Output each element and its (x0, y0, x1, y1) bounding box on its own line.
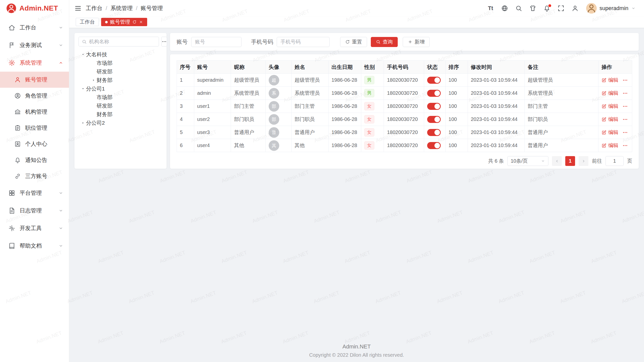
tree-node[interactable]: 财务部 (78, 76, 163, 84)
row-more-button[interactable] (622, 104, 628, 109)
reset-button[interactable]: 重置 (340, 37, 367, 47)
fullscreen-icon[interactable] (557, 5, 565, 12)
tree-node[interactable]: 大名科技 (78, 50, 163, 59)
edit-button-label: 编辑 (608, 103, 618, 110)
row-more-button[interactable] (622, 130, 628, 135)
cell-index: 5 (177, 126, 194, 139)
sidebar-item[interactable]: 日志管理 (0, 202, 69, 219)
search-icon[interactable] (515, 5, 522, 12)
org-search-input[interactable] (89, 39, 156, 44)
user-menu[interactable]: superadmin (586, 3, 636, 14)
cell-avatar: 部 (265, 113, 291, 126)
cell-account: user4 (194, 139, 231, 152)
row-more-button[interactable] (622, 90, 628, 96)
search-button[interactable]: 查询 (371, 37, 398, 47)
sidebar-item[interactable]: 工作台 (0, 19, 69, 36)
edit-button[interactable]: 编辑 (601, 116, 618, 123)
status-toggle[interactable] (427, 116, 441, 123)
gender-badge: 女 (364, 102, 374, 110)
sidebar-item[interactable]: 系统管理 (0, 54, 69, 72)
sidebar-subitem[interactable]: 个人中心 (0, 136, 69, 152)
language-icon[interactable] (501, 5, 508, 12)
tab-item[interactable]: 账号管理 (101, 18, 147, 26)
cell-account: user1 (194, 100, 231, 113)
breadcrumb-item[interactable]: 工作台 (86, 5, 102, 12)
edit-icon (601, 104, 607, 109)
sidebar-item[interactable]: 平台管理 (0, 184, 69, 202)
notification-icon[interactable] (543, 5, 550, 12)
table-row: 6user4其他其其他1986-06-28女180200307201002023… (177, 139, 632, 152)
tab-item[interactable]: 工作台 (76, 18, 99, 26)
status-toggle[interactable] (427, 142, 441, 149)
page-number-button[interactable]: 1 (565, 156, 575, 166)
tree-node[interactable]: 分公司2 (78, 119, 163, 127)
cell-name: 部门职员 (292, 113, 329, 126)
tree-node[interactable]: 财务部 (78, 110, 163, 119)
chevron-down-icon (631, 6, 636, 11)
caret-placeholder (91, 103, 97, 109)
account-icon[interactable] (572, 5, 579, 12)
add-button[interactable]: 新增 (403, 37, 430, 47)
status-toggle[interactable] (427, 77, 441, 84)
cell-remark: 部门主管 (525, 100, 598, 113)
sidebar-item[interactable]: 开发工具 (0, 219, 69, 237)
toggle-knob (434, 90, 440, 96)
sidebar-subitem[interactable]: 机构管理 (0, 104, 69, 120)
row-more-button[interactable] (622, 77, 628, 83)
org-more-button[interactable] (161, 37, 167, 47)
status-toggle[interactable] (427, 103, 441, 110)
caret-right-icon[interactable] (91, 77, 97, 83)
caret-down-icon[interactable] (80, 52, 86, 58)
wrench-icon (8, 225, 15, 232)
edit-button[interactable]: 编辑 (601, 103, 618, 110)
breadcrumb-item[interactable]: 系统管理 (110, 5, 133, 12)
prev-page-button[interactable] (552, 156, 562, 166)
chevron-down-icon (58, 208, 63, 213)
tree-node[interactable]: 分公司1 (78, 84, 163, 93)
cell-modified: 2023-01-03 10:59:44 (468, 100, 525, 113)
account-input[interactable] (191, 37, 242, 47)
bell-icon (14, 157, 21, 163)
sidebar-subitem[interactable]: 角色管理 (0, 88, 69, 104)
edit-button[interactable]: 编辑 (601, 129, 618, 136)
sidebar-subitem[interactable]: 职位管理 (0, 120, 69, 136)
font-size-icon[interactable]: Tt (487, 5, 494, 12)
sidebar-subitem[interactable]: 账号管理 (0, 72, 69, 88)
row-more-button[interactable] (622, 143, 628, 148)
tree-node[interactable]: 市场部 (78, 59, 163, 67)
breadcrumb: 工作台/系统管理/账号管理 (86, 5, 163, 12)
sidebar-subitem[interactable]: 三方账号 (0, 168, 69, 184)
cell-birthdate: 1986-06-28 (328, 74, 361, 87)
status-toggle[interactable] (427, 129, 441, 136)
footer-copyright: Copyright © 2022 Dilon All rights reserv… (74, 352, 639, 358)
edit-button[interactable]: 编辑 (601, 90, 618, 97)
row-more-button[interactable] (622, 117, 628, 122)
grid-icon (8, 190, 15, 197)
logo[interactable]: Admin.NET (0, 0, 69, 16)
status-toggle[interactable] (427, 90, 441, 97)
sidebar-item[interactable]: 业务测试 (0, 36, 69, 54)
sidebar-item[interactable]: 帮助文档 (0, 237, 69, 255)
gender-badge: 男 (364, 76, 374, 84)
sidebar-item-label: 平台管理 (20, 189, 54, 197)
edit-button[interactable]: 编辑 (601, 142, 618, 149)
caret-right-icon[interactable] (80, 120, 86, 126)
tree-node[interactable]: 市场部 (78, 93, 163, 102)
hamburger-menu-icon[interactable] (74, 5, 82, 12)
row-avatar: 部 (269, 114, 279, 125)
next-page-button[interactable] (579, 156, 588, 166)
theme-icon[interactable] (529, 5, 536, 12)
toggle-knob (434, 130, 440, 135)
sidebar-subitem[interactable]: 通知公告 (0, 152, 69, 168)
sidebar-subitem-label: 三方账号 (25, 172, 63, 180)
edit-button[interactable]: 编辑 (601, 77, 618, 83)
phone-input[interactable] (277, 37, 330, 47)
goto-page-input[interactable] (606, 156, 624, 166)
tree-node-label: 研发部 (97, 68, 112, 75)
breadcrumb-item[interactable]: 账号管理 (141, 5, 163, 12)
tree-node[interactable]: 研发部 (78, 67, 163, 76)
tree-node[interactable]: 研发部 (78, 102, 163, 110)
page-size-select[interactable]: 10条/页 (507, 156, 548, 166)
cell-gender: 女 (361, 126, 384, 139)
caret-down-icon[interactable] (80, 86, 86, 92)
